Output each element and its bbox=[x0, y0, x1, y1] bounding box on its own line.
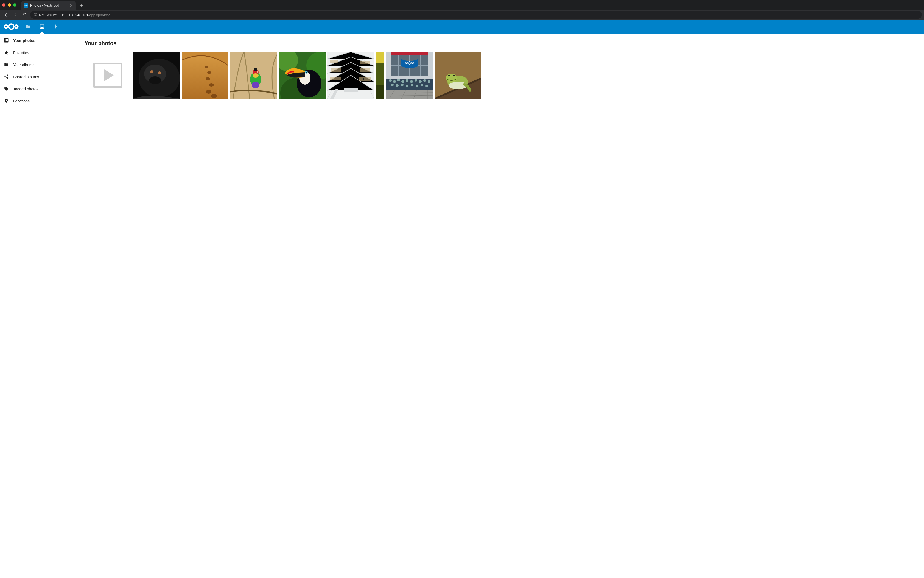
svg-point-87 bbox=[421, 83, 423, 86]
svg-point-24 bbox=[205, 66, 208, 68]
svg-rect-4 bbox=[35, 15, 36, 16]
svg-point-71 bbox=[389, 79, 392, 82]
svg-point-72 bbox=[393, 80, 396, 83]
browser-tab[interactable]: Photos - Nextcloud bbox=[21, 1, 76, 10]
forward-button[interactable] bbox=[11, 11, 19, 19]
folder-icon bbox=[4, 62, 9, 68]
photo-grid bbox=[84, 52, 924, 99]
photo-tile-gorilla[interactable] bbox=[133, 52, 180, 99]
video-placeholder-icon bbox=[93, 63, 123, 88]
tag-icon bbox=[4, 86, 9, 92]
nextcloud-logo[interactable] bbox=[3, 22, 20, 31]
url-field[interactable]: Not Secure 192.168.248.131/apps/photos/ bbox=[30, 11, 922, 19]
svg-point-25 bbox=[207, 71, 211, 74]
sidebar-item-label: Locations bbox=[13, 99, 30, 103]
app-header bbox=[0, 20, 924, 34]
svg-rect-56 bbox=[376, 52, 384, 63]
star-icon bbox=[4, 50, 9, 56]
svg-rect-34 bbox=[254, 68, 257, 71]
svg-rect-48 bbox=[331, 68, 341, 72]
activity-app-icon[interactable] bbox=[49, 20, 63, 34]
share-icon bbox=[4, 74, 9, 80]
page-title: Your photos bbox=[84, 40, 924, 46]
sidebar-item-label: Shared albums bbox=[13, 75, 39, 79]
url-path: /apps/photos/ bbox=[88, 13, 110, 17]
sidebar-item-your-albums[interactable]: Your albums bbox=[0, 59, 69, 71]
svg-point-73 bbox=[397, 79, 400, 81]
sidebar-item-label: Tagged photos bbox=[13, 87, 39, 91]
svg-point-35 bbox=[252, 73, 259, 78]
window-controls bbox=[2, 3, 16, 6]
svg-rect-47 bbox=[361, 61, 370, 64]
image-icon bbox=[4, 38, 9, 44]
svg-point-44 bbox=[306, 72, 307, 73]
svg-point-84 bbox=[406, 84, 408, 88]
svg-point-15 bbox=[5, 88, 6, 88]
svg-point-1 bbox=[24, 5, 25, 6]
photo-tile-video[interactable] bbox=[84, 52, 131, 99]
url-text: 192.168.248.131/apps/photos/ bbox=[61, 13, 110, 17]
svg-rect-51 bbox=[359, 77, 371, 81]
svg-point-0 bbox=[25, 5, 27, 6]
photo-tile-frog[interactable] bbox=[435, 52, 482, 99]
minimize-window-button[interactable] bbox=[8, 3, 11, 6]
sidebar-item-your-photos[interactable]: Your photos bbox=[0, 35, 69, 47]
security-indicator[interactable]: Not Secure bbox=[34, 13, 57, 17]
sidebar-item-favorites[interactable]: Favorites bbox=[0, 47, 69, 59]
sidebar-item-shared-albums[interactable]: Shared albums bbox=[0, 71, 69, 83]
svg-rect-54 bbox=[344, 88, 358, 92]
sidebar-item-label: Your albums bbox=[13, 63, 34, 67]
svg-point-11 bbox=[5, 39, 6, 40]
nextcloud-favicon bbox=[24, 3, 28, 8]
content: Your photos bbox=[69, 34, 924, 578]
svg-point-79 bbox=[423, 79, 426, 82]
svg-point-85 bbox=[411, 83, 413, 86]
svg-point-76 bbox=[410, 80, 413, 83]
svg-point-75 bbox=[406, 79, 408, 82]
svg-point-6 bbox=[9, 24, 14, 29]
svg-rect-46 bbox=[330, 60, 338, 63]
sidebar-item-locations[interactable]: Locations bbox=[0, 95, 69, 107]
url-host: 192.168.248.131 bbox=[61, 13, 88, 17]
svg-point-27 bbox=[209, 83, 214, 86]
tab-bar: Photos - Nextcloud bbox=[0, 0, 924, 10]
svg-point-9 bbox=[41, 26, 42, 26]
photo-tile-desert[interactable] bbox=[182, 52, 228, 99]
svg-rect-53 bbox=[364, 79, 364, 81]
close-window-button[interactable] bbox=[2, 3, 5, 6]
svg-point-21 bbox=[158, 71, 161, 74]
svg-point-74 bbox=[401, 80, 404, 83]
new-tab-button[interactable] bbox=[78, 2, 85, 9]
back-button[interactable] bbox=[2, 11, 10, 19]
svg-rect-89 bbox=[386, 90, 433, 99]
svg-point-81 bbox=[391, 83, 394, 86]
app-body: Your photos Favorites Your albums Shared… bbox=[0, 34, 924, 578]
sidebar-item-label: Your photos bbox=[13, 39, 36, 43]
svg-rect-49 bbox=[360, 68, 370, 72]
photo-tile-toucan[interactable] bbox=[279, 52, 325, 99]
svg-point-104 bbox=[453, 75, 455, 76]
sidebar: Your photos Favorites Your albums Shared… bbox=[0, 34, 69, 578]
tab-title: Photos - Nextcloud bbox=[30, 3, 67, 7]
reload-button[interactable] bbox=[21, 11, 29, 19]
security-label: Not Secure bbox=[39, 13, 57, 17]
svg-point-86 bbox=[416, 84, 418, 88]
files-app-icon[interactable] bbox=[21, 20, 35, 34]
photo-tile-nature-crop[interactable] bbox=[376, 52, 384, 99]
photos-app-icon[interactable] bbox=[35, 20, 49, 34]
photo-tile-finch[interactable] bbox=[230, 52, 277, 99]
svg-point-52 bbox=[363, 78, 364, 79]
svg-point-78 bbox=[419, 80, 422, 83]
browser-chrome: Photos - Nextcloud Not Secure 192.168.2 bbox=[0, 0, 924, 20]
sidebar-item-label: Favorites bbox=[13, 50, 29, 55]
close-tab-button[interactable] bbox=[69, 3, 73, 7]
svg-point-77 bbox=[414, 79, 417, 81]
svg-point-16 bbox=[6, 99, 7, 101]
svg-point-103 bbox=[448, 75, 450, 76]
maximize-window-button[interactable] bbox=[13, 3, 16, 6]
svg-point-29 bbox=[211, 94, 217, 98]
svg-rect-50 bbox=[330, 76, 341, 81]
sidebar-item-tagged-photos[interactable]: Tagged photos bbox=[0, 83, 69, 95]
photo-tile-library[interactable] bbox=[327, 52, 374, 99]
photo-tile-community[interactable] bbox=[386, 52, 433, 99]
